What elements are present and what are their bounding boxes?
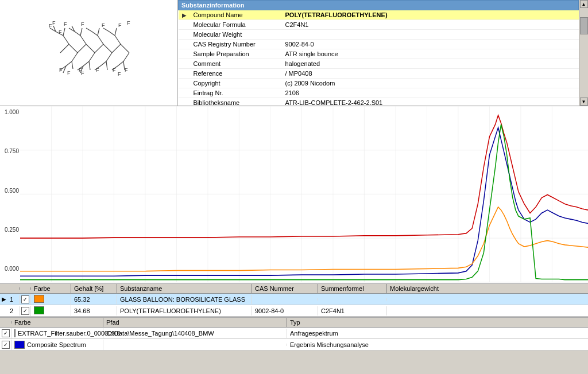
col-molgewicht-header: Molekulargewicht [387, 284, 588, 293]
spec-row1-check[interactable]: ✓ [0, 328, 11, 338]
row1-gehalt: 65.32 [71, 295, 117, 304]
col-num-header [8, 287, 20, 290]
spec-row1-typ: Anfragespektrum [287, 329, 588, 338]
row2-color [31, 305, 71, 317]
svg-line-14 [98, 28, 99, 36]
row1-num: 1 [8, 295, 20, 304]
spectrum-chart: 1.000 0.750 0.500 0.250 0.000 [0, 106, 588, 284]
row2-summen: C2F4N1 [318, 306, 387, 315]
info-row-label-9: Bibliotheksname [190, 98, 282, 106]
spectrum-row-1[interactable]: ✓ EXTRACT_Filter.sauber.0_000000.0 C:\Da… [0, 328, 588, 339]
svg-line-12 [98, 36, 103, 44]
info-row-arrow-8 [179, 88, 190, 98]
col-check-header [20, 287, 31, 290]
svg-text:F: F [125, 67, 128, 73]
svg-text:F: F [81, 71, 84, 76]
svg-line-34 [103, 28, 109, 32]
row2-check[interactable]: ✓ [20, 306, 31, 316]
spec-row2-check[interactable]: ✓ [0, 340, 11, 350]
info-row-arrow-1 [179, 20, 190, 30]
info-row-1: Molecular FormulaC2F4N1 [179, 20, 579, 30]
row1-cas [252, 298, 318, 301]
svg-line-32 [86, 28, 92, 32]
svg-line-22 [118, 61, 123, 66]
y-label-000: 0.000 [1, 266, 19, 272]
y-label-750: 0.750 [1, 148, 19, 154]
info-row-arrow-0: ▶ [179, 10, 190, 20]
compound-row-1[interactable]: ▶ 1 ✓ 65.32 GLASS BALLOON: BOROSILICATE … [0, 294, 588, 305]
spec-row1-color-box [14, 329, 16, 337]
spec-row2-farbe: Composite Spectrum [11, 340, 103, 350]
info-row-5: Commenthalogenated [179, 59, 579, 69]
svg-line-10 [83, 61, 89, 66]
info-row-2: Molecular Weight [179, 30, 579, 40]
info-row-arrow-6 [179, 69, 190, 79]
info-row-value-7: (c) 2009 Nicodom [282, 79, 579, 88]
info-row-value-6: / MP0408 [282, 69, 579, 79]
spec-row1-farbe: EXTRACT_Filter.sauber.0_000000.0 [11, 328, 103, 338]
col-gehalt-header: Gehalt [%] [71, 284, 117, 293]
info-row-value-2 [282, 30, 579, 40]
svg-line-20 [115, 28, 117, 36]
info-row-value-0: POLY(TETRAFLUOROETHYLENE) [282, 10, 579, 20]
info-row-9: BibliotheksnameATR-LIB-COMPLETE-2-462-2.… [179, 98, 579, 106]
info-row-value-4: ATR single bounce [282, 49, 579, 59]
svg-text:F: F [67, 70, 71, 76]
info-row-4: Sample PreparationATR single bounce [179, 49, 579, 59]
info-row-3: CAS Registry Number9002-84-0 [179, 40, 579, 49]
row1-arrow: ▶ [0, 296, 8, 302]
col-farbe-header: Farbe [31, 284, 71, 293]
chart-area: 4000 3800 3600 3400 3200 3000 2800 2600 … [20, 106, 588, 283]
info-row-6: Reference/ MP0408 [179, 69, 579, 79]
spectrum-row-2[interactable]: ✓ Composite Spectrum Ergebnis Mischungsa… [0, 339, 588, 350]
row1-substanz: GLASS BALLOON: BOROSILICATE GLASS [117, 295, 252, 304]
y-label-250: 0.250 [1, 227, 19, 233]
svg-line-15 [106, 53, 112, 61]
svg-line-3 [72, 53, 78, 61]
y-label-500: 0.500 [1, 188, 19, 194]
info-row-label-1: Molecular Formula [190, 20, 282, 30]
compound-row-2[interactable]: 2 ✓ 34.68 POLY(TETRAFLUOROETHYLENE) 9002… [0, 305, 588, 317]
info-row-label-3: CAS Registry Number [190, 40, 282, 49]
info-row-value-5: halogenated [282, 59, 579, 69]
info-scrollbar[interactable]: ▲ ▼ [579, 0, 588, 106]
y-label-1000: 1.000 [1, 109, 19, 115]
row1-check[interactable]: ✓ [20, 294, 31, 305]
y-axis: 1.000 0.750 0.500 0.250 0.000 [0, 106, 20, 283]
svg-text:F: F [81, 21, 84, 27]
info-row-arrow-7 [179, 79, 190, 88]
info-row-arrow-4 [179, 49, 190, 59]
spec-row2-pfad [103, 344, 287, 346]
svg-line-5 [72, 61, 73, 69]
svg-text:F: F [59, 67, 63, 73]
svg-line-21 [123, 53, 129, 61]
info-row-value-8: 2106 [282, 88, 579, 98]
info-panel: Substanzinformation ▶Compound NamePOLY(T… [178, 0, 579, 106]
molecule-structure: F F F F F F F F F F F F F F F F [32, 4, 146, 102]
row2-substanz: POLY(TETRAFLUOROETHYLENE) [117, 306, 252, 315]
svg-line-11 [89, 61, 90, 70]
compound-table-section: Farbe Gehalt [%] Substanzname CAS Nummer… [0, 284, 588, 317]
row2-color-box [34, 306, 44, 314]
svg-line-18 [115, 36, 121, 44]
spec-col-typ-header: Typ [287, 318, 588, 327]
svg-text:F: F [118, 22, 122, 28]
row2-cas: 9002-84-0 [252, 306, 318, 315]
svg-line-0 [63, 36, 69, 44]
svg-line-17 [106, 61, 107, 70]
info-row-arrow-3 [179, 40, 190, 49]
row2-gehalt: 34.68 [71, 306, 117, 315]
info-section-title: Substanzinformation [179, 1, 579, 10]
svg-line-6 [80, 36, 86, 44]
spec-row1-pfad: C:\Data\Messe_Tagung\140408_BMW [103, 329, 287, 338]
svg-text:F: F [118, 71, 121, 77]
info-row-arrow-5 [179, 59, 190, 69]
svg-text:F: F [113, 67, 116, 73]
svg-text:F: F [59, 29, 62, 35]
spec-row2-color-box [14, 341, 25, 349]
col-cas-header: CAS Nummer [252, 284, 318, 293]
spec-col-farbe-header: Farbe [11, 318, 103, 327]
svg-text:F: F [64, 21, 67, 27]
spectrum-section: Farbe Pfad Typ ✓ EXTRACT_Filter.sauber.0… [0, 317, 588, 350]
col-substanz-header: Substanzname [117, 284, 252, 293]
